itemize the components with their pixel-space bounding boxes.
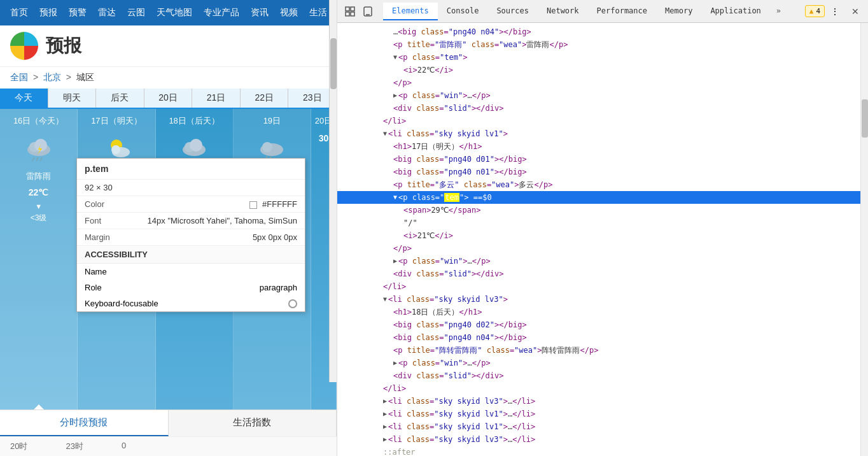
nav-pro[interactable]: 专业产品 [199,7,244,18]
html-line-14[interactable]: <span>29℃</span> [337,204,868,217]
html-line-7[interactable]: </li> [337,115,868,127]
html-line-30[interactable]: ▶ <li class="sky skyid lv1">…</li> [337,408,868,420]
html-line-0[interactable]: … <big class="png40 n04"></big> [337,25,868,38]
collapse-arrow-32[interactable]: ▶ [383,434,387,445]
html-line-26[interactable]: ▶ <p class="win">…</p> [337,357,868,369]
tab-memory[interactable]: Memory [656,3,701,20]
html-line-6[interactable]: <div class="slid"></div> [337,102,868,115]
breadcrumb-national[interactable]: 全国 [10,72,28,82]
html-line-18[interactable]: ▶ <p class="win">…</p> [337,255,868,267]
nav-radar[interactable]: 雷达 [93,7,121,18]
tab-day20[interactable]: 20日 [144,89,193,108]
html-line-31[interactable]: ▶ <li class="sky skyid lv1">…</li> [337,420,868,433]
html-line-33[interactable]: ::after [337,446,868,456]
svg-rect-17 [346,7,349,11]
devtools-close-btn[interactable]: ✕ [848,4,863,19]
tab-tomorrow[interactable]: 明天 [48,89,97,108]
html-line-3[interactable]: <i>22℃</i> [337,64,868,76]
nav-video[interactable]: 视频 [275,7,303,18]
tooltip-margin-label: Margin [85,232,110,242]
tab-network[interactable]: Network [538,3,588,20]
breadcrumb-beijing[interactable]: 北京 [43,72,61,82]
collapse-arrow-31[interactable]: ▶ [383,421,387,432]
devtools-content[interactable]: … <big class="png40 n04"></big> <p title… [337,23,868,456]
tab-hourly[interactable]: 分时段预报 [0,410,169,436]
html-line-19[interactable]: <div class="slid"></div> [337,267,868,280]
not-focusable-icon [288,299,297,308]
weather-card-today[interactable]: 16日（今天） 雷阵雨 22℃ ▼ <3级 [0,109,78,410]
element-tooltip: p.tem 92 × 30 Color #FFFFFF Font 14px "M… [76,158,305,312]
html-line-21[interactable]: ▼ <li class="sky skyid lv3"> [337,293,868,306]
tab-today[interactable]: 今天 [0,89,48,108]
collapse-arrow-2[interactable]: ▼ [393,52,397,63]
nav-news[interactable]: 资讯 [246,7,274,18]
card-day-label-0: 16日（今天） [13,115,64,127]
svg-line-5 [40,157,42,161]
html-line-22[interactable]: <h1>18日（后天）</h1> [337,306,868,318]
tooltip-name-label: Name [85,267,107,276]
collapse-arrow-29[interactable]: ▶ [383,395,387,407]
breadcrumb-district: 城区 [76,72,94,82]
tooltip-color-hex: #FFFFFF [262,199,297,209]
html-line-4[interactable]: </p> [337,76,868,89]
card-day-label-3: 19日 [263,115,281,127]
collapse-arrow-26[interactable]: ▶ [393,357,397,369]
nav-warning[interactable]: 预警 [64,7,92,18]
tab-performance[interactable]: Performance [588,3,656,20]
collapse-arrow-8[interactable]: ▼ [383,128,387,139]
collapse-arrow-18[interactable]: ▶ [393,255,397,267]
html-line-32[interactable]: ▶ <li class="sky skyid lv3">…</li> [337,433,868,446]
html-line-23[interactable]: <big class="png40 d02"></big> [337,318,868,331]
nav-cloud[interactable]: 云图 [122,7,150,18]
devtools-settings-btn[interactable]: ⋮ [827,4,843,19]
html-line-25[interactable]: <p title="阵转雷阵雨" class="wea">阵转雷阵雨</p> [337,344,868,357]
tab-life-index[interactable]: 生活指数 [169,410,337,436]
nav-life[interactable]: 生活 [304,7,332,18]
html-line-11[interactable]: <big class="png40 n01"></big> [337,166,868,178]
tab-day3[interactable]: 后天 [96,89,144,108]
collapse-arrow-30[interactable]: ▶ [383,408,387,420]
device-toolbar-btn[interactable] [360,4,375,19]
inspect-element-btn[interactable] [342,4,358,19]
svg-point-12 [190,139,202,152]
collapse-arrow-selected[interactable]: ▼ [393,192,397,203]
collapse-arrow-5[interactable]: ▶ [393,90,397,101]
nav-map[interactable]: 天气地图 [151,7,197,18]
devtools-scrollbar[interactable] [860,23,868,456]
html-line-1[interactable]: <p title="雷阵雨" class="wea">雷阵雨</p> [337,38,868,51]
html-line-8[interactable]: ▼ <li class="sky skyid lv1"> [337,127,868,140]
html-line-28[interactable]: </li> [337,382,868,395]
html-line-2[interactable]: ▼ <p class="tem"> [337,51,868,64]
tab-sources[interactable]: Sources [487,3,538,20]
tooltip-keyboard-value [288,299,297,308]
tab-console[interactable]: Console [438,3,488,20]
tab-day21[interactable]: 21日 [192,89,241,108]
html-line-15[interactable]: "/" [337,217,868,229]
collapse-arrow-21[interactable]: ▼ [383,294,387,305]
html-line-24[interactable]: <big class="png40 n04"></big> [337,331,868,344]
html-line-27[interactable]: <div class="slid"></div> [337,369,868,382]
html-line-29[interactable]: ▶ <li class="sky skyid lv3">…</li> [337,395,868,408]
devtools-warning-badge[interactable]: ▲ 4 [805,5,825,17]
nav-forecast[interactable]: 预报 [34,7,62,18]
ellipsis-icon: … [393,26,398,38]
html-line-17[interactable]: </p> [337,242,868,255]
card-desc-0: 雷阵雨 [26,171,51,182]
tab-day22[interactable]: 22日 [241,89,289,108]
tab-elements[interactable]: Elements [383,3,438,20]
html-line-5[interactable]: ▶ <p class="win">…</p> [337,89,868,102]
html-line-20[interactable]: </li> [337,280,868,293]
html-line-selected[interactable]: ▼ <p class="tem"> ==$0 [337,191,868,204]
tooltip-keyboard-label: Keyboard-focusable [85,299,158,308]
html-line-12[interactable]: <p title="多云" class="wea">多云</p> [337,178,868,191]
more-tabs-btn[interactable]: » [770,3,787,20]
scrollbar[interactable] [329,0,337,382]
html-line-16[interactable]: <i>21℃</i> [337,229,868,242]
devtools-tabs: Elements Console Sources Network Perform… [383,3,787,20]
html-line-10[interactable]: <big class="png40 d01"></big> [337,153,868,166]
html-line-9[interactable]: <h1>17日（明天）</h1> [337,140,868,153]
tab-application[interactable]: Application [701,3,769,20]
nav-home[interactable]: 首页 [5,7,33,18]
hourly-label-1: 23时 [66,441,83,452]
tooltip-color-label: Color [85,199,104,209]
